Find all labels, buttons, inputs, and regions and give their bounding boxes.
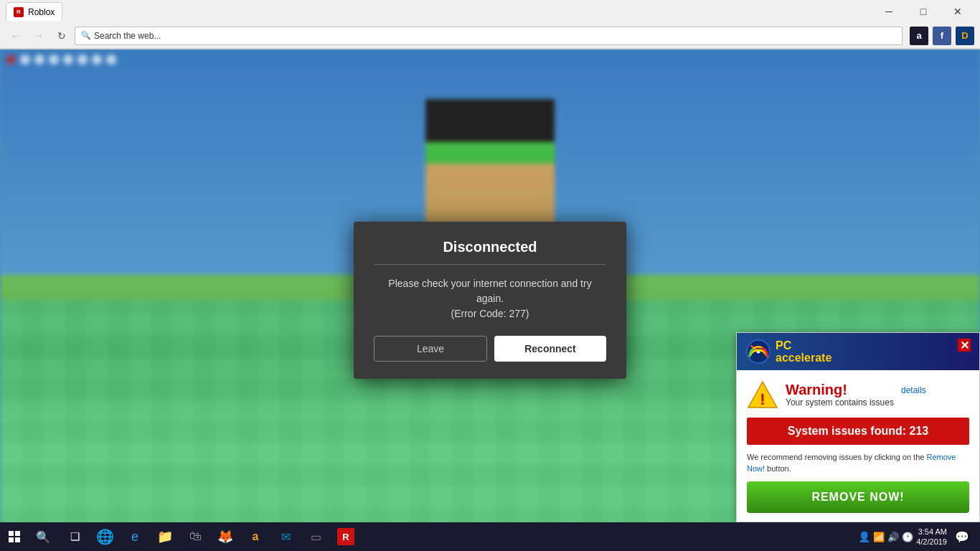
taskbar-amazon[interactable]: a <box>241 522 270 551</box>
start-button[interactable] <box>0 522 29 551</box>
window-controls: ─ □ ✕ <box>872 0 974 23</box>
popup-header: PC accelerate ✕ <box>737 333 979 370</box>
browser-icons-right: a f D <box>910 27 974 45</box>
nav-bar: ← → ↻ 🔍 Search the web... a f D <box>0 23 980 49</box>
speakers-icon: 🔊 <box>887 532 899 542</box>
system-issues-bar: System issues found: 213 <box>747 418 969 445</box>
windows-icon <box>9 531 20 542</box>
start-sq-4 <box>15 537 20 542</box>
minimize-button[interactable]: ─ <box>872 0 905 23</box>
recommend-text-2: button. <box>765 464 791 473</box>
start-sq-3 <box>9 537 14 542</box>
popup-logo-text: PC accelerate <box>776 339 831 364</box>
modal-message: Please check your internet connection an… <box>388 278 591 304</box>
taskbar-misc[interactable]: ▭ <box>301 522 330 551</box>
warning-triangle-icon: ! <box>747 379 778 410</box>
leave-button[interactable]: Leave <box>374 336 487 362</box>
speedometer-icon <box>745 339 771 364</box>
notification-button[interactable]: 💬 <box>950 522 974 551</box>
taskbar-apps: ❑ 🌐 e 📁 🛍 🦊 a ✉ ▭ R <box>60 522 360 551</box>
taskbar-roblox[interactable]: R <box>331 522 360 551</box>
reconnect-button[interactable]: Reconnect <box>494 336 606 362</box>
ie-icon: 🌐 <box>96 528 114 545</box>
popup-logo: PC accelerate <box>745 339 831 364</box>
roblox-favicon: R <box>14 7 24 17</box>
address-bar[interactable]: 🔍 Search the web... <box>75 27 903 45</box>
modal-body: Please check your internet connection an… <box>374 276 606 321</box>
file-explorer-icon: 📁 <box>157 529 173 545</box>
back-button[interactable]: ← <box>6 26 26 46</box>
popup-warning-row: ! Warning! Your system contains issues d… <box>747 379 969 410</box>
recommend-text-1: We recommend removing issues by clicking… <box>747 453 926 461</box>
edge-icon: e <box>131 529 138 545</box>
taskbar-store[interactable]: 🛍 <box>181 522 209 551</box>
remove-now-button[interactable]: REMOVE NOW! <box>747 481 969 513</box>
taskbar-clock: 3:54 AM 4/2/2019 <box>916 527 947 547</box>
taskbar-firefox[interactable]: 🦊 <box>211 522 240 551</box>
recommend-text: We recommend removing issues by clicking… <box>747 452 969 474</box>
maximize-button[interactable]: □ <box>907 0 940 23</box>
search-icon: 🔍 <box>36 530 50 544</box>
start-sq-1 <box>9 531 14 536</box>
misc-icon: ▭ <box>311 530 321 544</box>
forward-button[interactable]: → <box>29 26 49 46</box>
taskbar-right: 👤 📶 🔊 🕐 3:54 AM 4/2/2019 💬 <box>858 522 980 551</box>
roblox-taskbar-icon: R <box>337 528 354 545</box>
popup-logo-line2: accelerate <box>776 352 831 364</box>
taskbar-edge[interactable]: e <box>121 522 149 551</box>
clock-icon: 🕐 <box>902 532 913 542</box>
store-icon: 🛍 <box>189 529 202 544</box>
amazon-icon[interactable]: a <box>910 27 928 45</box>
browser-tab[interactable]: R Roblox <box>6 2 62 21</box>
disconnected-modal: Disconnected Please check your internet … <box>354 222 626 379</box>
notification-icon: 💬 <box>955 530 969 544</box>
modal-divider <box>374 264 606 265</box>
warning-sub: Your system contains issues <box>786 397 894 408</box>
network-icon: 📶 <box>873 532 885 542</box>
facebook-icon[interactable]: f <box>933 27 951 45</box>
warning-text-block: Warning! Your system contains issues <box>786 382 894 408</box>
svg-text:!: ! <box>760 390 765 408</box>
start-sq-2 <box>15 531 20 536</box>
amazon-taskbar-icon: a <box>253 530 259 543</box>
close-button[interactable]: ✕ <box>941 0 974 23</box>
person-icon: 👤 <box>858 531 870 542</box>
taskbar-search-button[interactable]: 🔍 <box>29 522 57 551</box>
popup-body: ! Warning! Your system contains issues d… <box>737 370 979 522</box>
task-view-icon: ❑ <box>70 530 80 543</box>
firefox-icon: 🦊 <box>217 529 233 545</box>
modal-title: Disconnected <box>374 239 606 255</box>
details-link[interactable]: details <box>901 385 926 395</box>
clock-time: 3:54 AM <box>916 527 947 537</box>
refresh-button[interactable]: ↻ <box>52 26 72 46</box>
taskbar: 🔍 ❑ 🌐 e 📁 🛍 🦊 a ✉ ▭ R <box>0 522 980 551</box>
popup-close-button[interactable]: ✕ <box>958 339 971 352</box>
tab-title: Roblox <box>28 7 55 17</box>
directv-icon[interactable]: D <box>956 27 974 45</box>
taskbar-task-view[interactable]: ❑ <box>60 522 89 551</box>
title-bar: R Roblox ─ □ ✕ <box>0 0 980 23</box>
game-background: Disconnected Please check your internet … <box>0 49 980 551</box>
search-icon: 🔍 <box>81 31 91 40</box>
modal-error-code: (Error Code: 277) <box>451 308 529 319</box>
email-icon: ✉ <box>281 530 291 544</box>
system-tray-icons: 👤 📶 🔊 🕐 <box>858 531 913 542</box>
taskbar-file-explorer[interactable]: 📁 <box>151 522 179 551</box>
taskbar-ie[interactable]: 🌐 <box>90 522 119 551</box>
browser-chrome: R Roblox ─ □ ✕ ← → ↻ 🔍 Search the web...… <box>0 0 980 50</box>
modal-buttons: Leave Reconnect <box>374 336 606 362</box>
clock-date: 4/2/2019 <box>916 537 947 547</box>
popup-logo-line1: PC <box>776 339 791 352</box>
taskbar-email[interactable]: ✉ <box>271 522 300 551</box>
warning-title: Warning! <box>786 382 894 397</box>
pc-accelerate-popup: PC accelerate ✕ ! Warning! Your system c… <box>736 332 980 522</box>
address-text: Search the web... <box>94 31 161 41</box>
